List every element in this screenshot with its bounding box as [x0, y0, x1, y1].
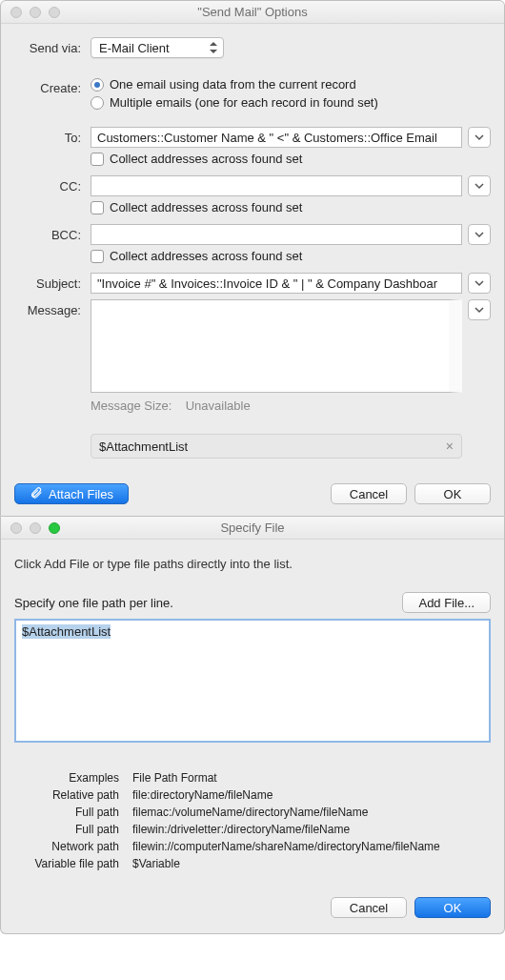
bcc-input[interactable] — [91, 224, 462, 245]
bcc-collect-checkbox[interactable] — [91, 250, 104, 263]
chevron-down-icon — [475, 305, 484, 315]
sendvia-value: E-Mail Client — [99, 41, 170, 55]
radio-multiple-label: Multiple emails (one for each record in … — [110, 95, 378, 110]
radio-one-email[interactable] — [91, 78, 104, 92]
specify-label: Specify one file path per line. — [14, 596, 173, 610]
radio-one-label: One email using data from the current re… — [110, 77, 356, 92]
cancel-button-2[interactable]: Cancel — [331, 897, 407, 918]
sendvia-label: Send via: — [14, 37, 91, 55]
cancel-button[interactable]: Cancel — [331, 483, 407, 504]
attach-files-label: Attach Files — [49, 487, 113, 501]
subject-label: Subject: — [14, 273, 91, 291]
ex-header-2: File Path Format — [132, 769, 217, 786]
add-file-button[interactable]: Add File... — [402, 592, 491, 613]
message-size-value: Unavailable — [186, 398, 251, 413]
ex-header-1: Examples — [14, 769, 119, 786]
paperclip-icon — [30, 486, 43, 502]
to-collect-label: Collect addresses across found set — [110, 152, 302, 166]
ok-button-2[interactable]: OK — [414, 897, 491, 918]
to-label: To: — [14, 127, 91, 145]
message-size-label: Message Size: — [91, 398, 172, 413]
cc-input[interactable] — [91, 175, 462, 196]
to-input[interactable] — [91, 127, 462, 148]
cc-collect-checkbox[interactable] — [91, 201, 104, 214]
window-title: "Send Mail" Options — [1, 5, 504, 19]
radio-multiple-emails[interactable] — [91, 96, 104, 110]
message-label: Message: — [14, 299, 91, 317]
remove-attachment-icon[interactable]: × — [446, 439, 454, 454]
path-entry: $AttachmentList — [22, 624, 111, 639]
subject-input[interactable] — [91, 273, 462, 294]
file-paths-textarea[interactable]: $AttachmentList — [14, 619, 491, 743]
chevron-down-icon — [475, 133, 484, 142]
bcc-collect-label: Collect addresses across found set — [110, 249, 302, 263]
cc-menu-button[interactable] — [468, 175, 491, 196]
chevron-down-icon — [475, 278, 484, 288]
help-text: Click Add File or type file paths direct… — [14, 557, 491, 571]
create-label: Create: — [14, 77, 91, 95]
subject-menu-button[interactable] — [468, 273, 491, 294]
attachment-token: $AttachmentList × — [91, 434, 462, 459]
bcc-menu-button[interactable] — [468, 224, 491, 245]
message-textarea[interactable] — [91, 299, 462, 393]
ok-button[interactable]: OK — [414, 483, 491, 504]
cc-collect-label: Collect addresses across found set — [110, 200, 302, 214]
window2-title: Specify File — [1, 521, 504, 535]
chevron-down-icon — [475, 181, 484, 191]
examples-table: Examples File Path Format Relative pathf… — [14, 769, 491, 872]
titlebar-specifyfile: Specify File — [1, 517, 504, 540]
bcc-label: BCC: — [14, 224, 91, 242]
cc-label: CC: — [14, 175, 91, 194]
sendvia-select[interactable]: E-Mail Client — [91, 37, 224, 58]
titlebar-sendmail: "Send Mail" Options — [1, 1, 504, 24]
attach-files-button[interactable]: Attach Files — [14, 483, 129, 504]
chevron-down-icon — [475, 230, 484, 239]
to-menu-button[interactable] — [468, 127, 491, 148]
attachment-name: $AttachmentList — [99, 439, 188, 454]
message-menu-button[interactable] — [468, 299, 491, 320]
to-collect-checkbox[interactable] — [91, 153, 104, 166]
